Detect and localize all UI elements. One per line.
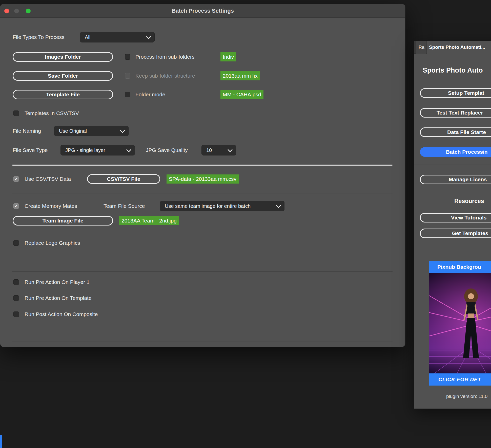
batch-process-settings-window: Batch Process Settings File Types To Pro… bbox=[0, 4, 405, 347]
file-save-type-value: JPG - single layer bbox=[65, 147, 105, 153]
panel-divider bbox=[414, 193, 491, 193]
replace-logo-label: Replace Logo Graphics bbox=[25, 238, 80, 248]
check-icon: ✓ bbox=[14, 204, 19, 209]
save-folder-path: 2013aa mm fix bbox=[220, 71, 260, 80]
section-divider bbox=[12, 342, 393, 342]
panel-divider bbox=[414, 165, 491, 165]
promo-header[interactable]: Pixnub Backgrou bbox=[429, 261, 491, 273]
data-file-starter-button[interactable]: Data File Starte bbox=[420, 127, 491, 137]
post-action-composite-label: Run Post Action On Composite bbox=[25, 309, 98, 319]
tab-sports-photo-automation[interactable]: Sports Photo Automati... bbox=[427, 41, 491, 54]
memory-mates-checkbox[interactable]: ✓ bbox=[13, 203, 19, 209]
team-file-source-label: Team File Source bbox=[104, 201, 145, 211]
template-file-button[interactable]: Template File bbox=[13, 90, 113, 99]
file-naming-value: Use Original bbox=[59, 128, 87, 134]
team-image-path: 2013AA Team - 2nd.jpg bbox=[119, 216, 179, 225]
get-templates-button[interactable]: Get Templates bbox=[420, 229, 491, 238]
template-file-path: MM - CAHA.psd bbox=[220, 90, 263, 99]
pre-action-template-label: Run Pre Action On Template bbox=[25, 293, 92, 303]
keep-subfolder-checkbox: ✓ bbox=[125, 73, 130, 79]
team-file-source-value: Use same team image for entire batch bbox=[165, 203, 251, 209]
save-folder-button[interactable]: Save Folder bbox=[13, 71, 113, 81]
chevron-down-icon bbox=[120, 128, 125, 133]
window-title: Batch Process Settings bbox=[0, 4, 405, 18]
background-window-fragment bbox=[0, 435, 2, 448]
setup-template-button[interactable]: Setup Templat bbox=[420, 88, 491, 98]
use-csv-checkbox[interactable]: ✓ bbox=[13, 176, 19, 182]
file-types-value: All bbox=[85, 34, 90, 40]
desktop: Batch Process Settings File Types To Pro… bbox=[0, 0, 491, 448]
file-naming-label: File Naming bbox=[13, 126, 41, 136]
keep-subfolder-label: Keep sub-folder structure bbox=[135, 71, 195, 81]
test-text-replacement-button[interactable]: Test Text Replacer bbox=[420, 108, 491, 118]
view-tutorials-button[interactable]: View Tutorials bbox=[420, 213, 491, 222]
laser-background-graphic bbox=[429, 273, 491, 373]
promo-footer[interactable]: CLICK FOR DET bbox=[429, 373, 491, 386]
manage-license-button[interactable]: Manage Licens bbox=[420, 175, 491, 184]
images-folder-button[interactable]: Images Folder bbox=[13, 52, 113, 62]
folder-mode-checkbox[interactable]: ✓ bbox=[125, 92, 130, 97]
pre-action-template-checkbox[interactable]: ✓ bbox=[13, 295, 19, 301]
team-image-file-button[interactable]: Team Image File bbox=[13, 216, 113, 226]
post-action-composite-checkbox[interactable]: ✓ bbox=[13, 311, 19, 317]
jpg-quality-value: 10 bbox=[206, 147, 212, 153]
pre-action-player-label: Run Pre Action On Player 1 bbox=[25, 277, 90, 287]
team-file-source-select[interactable]: Use same team image for entire batch bbox=[160, 201, 284, 211]
section-divider bbox=[12, 271, 393, 272]
csv-file-path: SPA-data - 20133aa mm.csv bbox=[167, 174, 239, 184]
chevron-down-icon bbox=[146, 34, 151, 39]
file-save-type-label: File Save Type bbox=[13, 145, 48, 155]
memory-mates-label: Create Memory Mates bbox=[25, 201, 77, 211]
templates-csv-checkbox[interactable]: ✓ bbox=[13, 110, 19, 116]
chevron-down-icon bbox=[276, 203, 281, 208]
panel-title: Sports Photo Auto bbox=[423, 66, 483, 74]
plugin-version-text: plugin version: 11.0 bbox=[446, 394, 487, 399]
sports-photo-automation-panel: Ra Sports Photo Automati... Sports Photo… bbox=[414, 41, 491, 409]
templates-csv-label: Templates In CSV/TSV bbox=[25, 108, 79, 118]
window-titlebar[interactable]: Batch Process Settings bbox=[0, 4, 405, 18]
section-divider bbox=[12, 165, 393, 166]
section-divider bbox=[12, 193, 393, 193]
tab-ra[interactable]: Ra bbox=[416, 41, 426, 54]
file-types-label: File Types To Process bbox=[13, 32, 65, 42]
promo-image[interactable] bbox=[429, 273, 491, 373]
chevron-down-icon bbox=[126, 147, 131, 152]
jpg-quality-label: JPG Save Quality bbox=[146, 145, 188, 155]
check-icon: ✓ bbox=[14, 176, 19, 182]
process-subfolders-label: Process from sub-folders bbox=[135, 52, 194, 62]
chevron-down-icon bbox=[228, 147, 233, 152]
batch-processing-button[interactable]: Batch Processin bbox=[420, 147, 491, 157]
csv-file-button[interactable]: CSV/TSV File bbox=[87, 174, 160, 184]
resources-heading: Resources bbox=[454, 198, 484, 205]
file-naming-select[interactable]: Use Original bbox=[54, 126, 129, 136]
jpg-quality-select[interactable]: 10 bbox=[201, 145, 236, 155]
folder-mode-label: Folder mode bbox=[135, 90, 165, 99]
process-subfolders-checkbox[interactable]: ✓ bbox=[125, 54, 130, 60]
panel-divider bbox=[414, 243, 491, 243]
file-save-type-select[interactable]: JPG - single layer bbox=[60, 145, 135, 155]
replace-logo-checkbox[interactable]: ✓ bbox=[13, 240, 19, 246]
pre-action-player-checkbox[interactable]: ✓ bbox=[13, 279, 19, 285]
file-types-select[interactable]: All bbox=[80, 32, 155, 42]
use-csv-label: Use CSV/TSV Data bbox=[25, 174, 71, 184]
images-folder-path: Indiv bbox=[220, 52, 236, 61]
